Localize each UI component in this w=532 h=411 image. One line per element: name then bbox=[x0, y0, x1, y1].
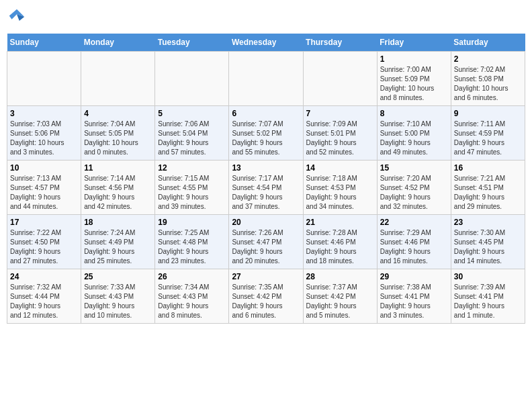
day-info: Sunrise: 7:07 AM Sunset: 5:02 PM Dayligh… bbox=[232, 120, 300, 157]
weekday-header-thursday: Thursday bbox=[303, 34, 377, 52]
day-number: 20 bbox=[232, 218, 300, 227]
calendar-cell: 8Sunrise: 7:10 AM Sunset: 5:00 PM Daylig… bbox=[377, 106, 451, 161]
day-number: 16 bbox=[454, 163, 522, 173]
day-info: Sunrise: 7:03 AM Sunset: 5:06 PM Dayligh… bbox=[10, 120, 78, 157]
calendar-cell: 29Sunrise: 7:38 AM Sunset: 4:41 PM Dayli… bbox=[377, 269, 451, 324]
calendar-cell: 17Sunrise: 7:22 AM Sunset: 4:50 PM Dayli… bbox=[7, 215, 81, 269]
calendar-cell: 1Sunrise: 7:00 AM Sunset: 5:09 PM Daylig… bbox=[377, 52, 451, 106]
weekday-header-row: SundayMondayTuesdayWednesdayThursdayFrid… bbox=[7, 34, 525, 52]
day-number: 11 bbox=[84, 163, 152, 173]
day-number: 9 bbox=[454, 109, 522, 118]
day-number: 29 bbox=[380, 272, 448, 281]
weekday-header-monday: Monday bbox=[81, 34, 155, 52]
calendar-week-5: 24Sunrise: 7:32 AM Sunset: 4:44 PM Dayli… bbox=[7, 269, 525, 324]
calendar-cell bbox=[303, 52, 377, 106]
weekday-header-tuesday: Tuesday bbox=[155, 34, 229, 52]
day-number: 14 bbox=[306, 163, 374, 173]
day-info: Sunrise: 7:14 AM Sunset: 4:56 PM Dayligh… bbox=[84, 174, 152, 212]
calendar-table: SundayMondayTuesdayWednesdayThursdayFrid… bbox=[7, 34, 525, 324]
calendar-cell: 26Sunrise: 7:34 AM Sunset: 4:43 PM Dayli… bbox=[155, 269, 229, 324]
calendar-cell: 12Sunrise: 7:15 AM Sunset: 4:55 PM Dayli… bbox=[155, 161, 229, 215]
calendar-cell: 3Sunrise: 7:03 AM Sunset: 5:06 PM Daylig… bbox=[7, 106, 81, 161]
day-number: 23 bbox=[454, 218, 522, 227]
day-info: Sunrise: 7:20 AM Sunset: 4:52 PM Dayligh… bbox=[380, 174, 448, 212]
day-info: Sunrise: 7:34 AM Sunset: 4:43 PM Dayligh… bbox=[158, 283, 226, 320]
day-number: 7 bbox=[306, 109, 374, 118]
day-number: 2 bbox=[454, 54, 522, 64]
day-number: 17 bbox=[10, 218, 78, 227]
day-info: Sunrise: 7:02 AM Sunset: 5:08 PM Dayligh… bbox=[454, 65, 522, 103]
day-number: 30 bbox=[454, 272, 522, 281]
calendar-cell: 5Sunrise: 7:06 AM Sunset: 5:04 PM Daylig… bbox=[155, 106, 229, 161]
calendar-cell bbox=[229, 52, 303, 106]
calendar-cell: 9Sunrise: 7:11 AM Sunset: 4:59 PM Daylig… bbox=[451, 106, 525, 161]
day-number: 1 bbox=[380, 54, 448, 64]
day-info: Sunrise: 7:13 AM Sunset: 4:57 PM Dayligh… bbox=[10, 174, 78, 212]
calendar-cell: 22Sunrise: 7:29 AM Sunset: 4:46 PM Dayli… bbox=[377, 215, 451, 269]
day-info: Sunrise: 7:22 AM Sunset: 4:50 PM Dayligh… bbox=[10, 228, 78, 266]
weekday-header-friday: Friday bbox=[377, 34, 451, 52]
day-info: Sunrise: 7:39 AM Sunset: 4:41 PM Dayligh… bbox=[454, 283, 522, 320]
day-info: Sunrise: 7:21 AM Sunset: 4:51 PM Dayligh… bbox=[454, 174, 522, 212]
day-info: Sunrise: 7:18 AM Sunset: 4:53 PM Dayligh… bbox=[306, 174, 374, 212]
day-number: 21 bbox=[306, 218, 374, 227]
day-number: 13 bbox=[232, 163, 300, 173]
day-info: Sunrise: 7:17 AM Sunset: 4:54 PM Dayligh… bbox=[232, 174, 300, 212]
calendar-cell: 14Sunrise: 7:18 AM Sunset: 4:53 PM Dayli… bbox=[303, 161, 377, 215]
calendar-cell: 18Sunrise: 7:24 AM Sunset: 4:49 PM Dayli… bbox=[81, 215, 155, 269]
day-info: Sunrise: 7:38 AM Sunset: 4:41 PM Dayligh… bbox=[380, 283, 448, 320]
calendar-cell: 20Sunrise: 7:26 AM Sunset: 4:47 PM Dayli… bbox=[229, 215, 303, 269]
day-info: Sunrise: 7:10 AM Sunset: 5:00 PM Dayligh… bbox=[380, 120, 448, 157]
day-info: Sunrise: 7:15 AM Sunset: 4:55 PM Dayligh… bbox=[158, 174, 226, 212]
calendar-cell bbox=[7, 52, 81, 106]
day-info: Sunrise: 7:09 AM Sunset: 5:01 PM Dayligh… bbox=[306, 120, 374, 157]
day-info: Sunrise: 7:35 AM Sunset: 4:42 PM Dayligh… bbox=[232, 283, 300, 320]
day-number: 27 bbox=[232, 272, 300, 281]
calendar-cell: 28Sunrise: 7:37 AM Sunset: 4:42 PM Dayli… bbox=[303, 269, 377, 324]
day-number: 5 bbox=[158, 109, 226, 118]
day-number: 10 bbox=[10, 163, 78, 173]
day-number: 15 bbox=[380, 163, 448, 173]
day-info: Sunrise: 7:29 AM Sunset: 4:46 PM Dayligh… bbox=[380, 228, 448, 266]
calendar-cell: 7Sunrise: 7:09 AM Sunset: 5:01 PM Daylig… bbox=[303, 106, 377, 161]
day-info: Sunrise: 7:28 AM Sunset: 4:46 PM Dayligh… bbox=[306, 228, 374, 266]
day-number: 25 bbox=[84, 272, 152, 281]
day-info: Sunrise: 7:11 AM Sunset: 4:59 PM Dayligh… bbox=[454, 120, 522, 157]
calendar-cell: 30Sunrise: 7:39 AM Sunset: 4:41 PM Dayli… bbox=[451, 269, 525, 324]
calendar-cell: 4Sunrise: 7:04 AM Sunset: 5:05 PM Daylig… bbox=[81, 106, 155, 161]
day-number: 12 bbox=[158, 163, 226, 173]
weekday-header-sunday: Sunday bbox=[7, 34, 81, 52]
calendar-cell: 13Sunrise: 7:17 AM Sunset: 4:54 PM Dayli… bbox=[229, 161, 303, 215]
calendar-cell: 23Sunrise: 7:30 AM Sunset: 4:45 PM Dayli… bbox=[451, 215, 525, 269]
day-info: Sunrise: 7:24 AM Sunset: 4:49 PM Dayligh… bbox=[84, 228, 152, 266]
calendar-cell: 15Sunrise: 7:20 AM Sunset: 4:52 PM Dayli… bbox=[377, 161, 451, 215]
calendar-week-1: 1Sunrise: 7:00 AM Sunset: 5:09 PM Daylig… bbox=[7, 52, 525, 106]
calendar-cell bbox=[155, 52, 229, 106]
day-info: Sunrise: 7:26 AM Sunset: 4:47 PM Dayligh… bbox=[232, 228, 300, 266]
day-number: 24 bbox=[10, 272, 78, 281]
logo-icon bbox=[7, 7, 27, 27]
calendar-cell: 25Sunrise: 7:33 AM Sunset: 4:43 PM Dayli… bbox=[81, 269, 155, 324]
day-info: Sunrise: 7:33 AM Sunset: 4:43 PM Dayligh… bbox=[84, 283, 152, 320]
page-header bbox=[7, 7, 525, 27]
calendar-cell: 19Sunrise: 7:25 AM Sunset: 4:48 PM Dayli… bbox=[155, 215, 229, 269]
day-info: Sunrise: 7:04 AM Sunset: 5:05 PM Dayligh… bbox=[84, 120, 152, 157]
day-number: 26 bbox=[158, 272, 226, 281]
weekday-header-wednesday: Wednesday bbox=[229, 34, 303, 52]
day-info: Sunrise: 7:32 AM Sunset: 4:44 PM Dayligh… bbox=[10, 283, 78, 320]
calendar-cell: 6Sunrise: 7:07 AM Sunset: 5:02 PM Daylig… bbox=[229, 106, 303, 161]
day-info: Sunrise: 7:00 AM Sunset: 5:09 PM Dayligh… bbox=[380, 65, 448, 103]
calendar-cell: 16Sunrise: 7:21 AM Sunset: 4:51 PM Dayli… bbox=[451, 161, 525, 215]
day-info: Sunrise: 7:30 AM Sunset: 4:45 PM Dayligh… bbox=[454, 228, 522, 266]
calendar-week-3: 10Sunrise: 7:13 AM Sunset: 4:57 PM Dayli… bbox=[7, 161, 525, 215]
day-number: 19 bbox=[158, 218, 226, 227]
calendar-cell: 27Sunrise: 7:35 AM Sunset: 4:42 PM Dayli… bbox=[229, 269, 303, 324]
day-number: 22 bbox=[380, 218, 448, 227]
weekday-header-saturday: Saturday bbox=[451, 34, 525, 52]
day-info: Sunrise: 7:37 AM Sunset: 4:42 PM Dayligh… bbox=[306, 283, 374, 320]
calendar-cell: 21Sunrise: 7:28 AM Sunset: 4:46 PM Dayli… bbox=[303, 215, 377, 269]
day-number: 28 bbox=[306, 272, 374, 281]
day-number: 3 bbox=[10, 109, 78, 118]
day-info: Sunrise: 7:06 AM Sunset: 5:04 PM Dayligh… bbox=[158, 120, 226, 157]
calendar-week-2: 3Sunrise: 7:03 AM Sunset: 5:06 PM Daylig… bbox=[7, 106, 525, 161]
